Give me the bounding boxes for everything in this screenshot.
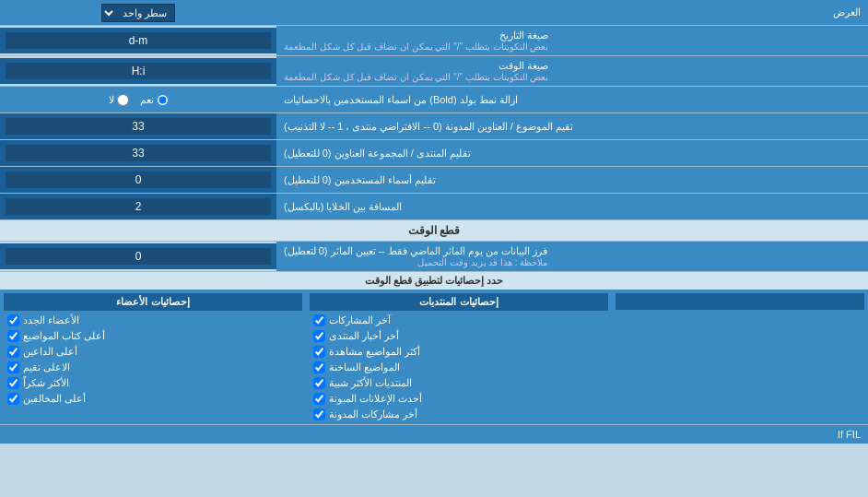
time-cut-input-area — [0, 243, 276, 269]
topic-threads-label: تقيم الموضوع / العناوين المدونة (0 -- ال… — [276, 113, 868, 139]
cb-news-input[interactable] — [313, 330, 325, 342]
cb-new-members-input[interactable] — [7, 314, 19, 326]
checkbox-col-1: إحصائيات الأعضاء الأعضاء الجدد أعلى كتاب… — [0, 291, 306, 424]
time-cut-input[interactable] — [6, 248, 271, 265]
top-row: العرض سطر واحدسطرينثلاثة أسطر — [0, 0, 868, 26]
cell-spacing-input[interactable] — [6, 198, 271, 215]
col1-header: إحصائيات الأعضاء — [4, 293, 302, 311]
time-cut-header: قطع الوقت — [0, 220, 868, 242]
time-format-row: صيغة الوقت بعض التكوينات يتطلب "/" التي … — [0, 56, 868, 87]
col3-header — [616, 293, 864, 310]
top-select-area: سطر واحدسطرينثلاثة أسطر — [0, 2, 276, 24]
bold-remove-no-radio[interactable] — [117, 94, 129, 106]
topic-threads-input[interactable] — [6, 118, 271, 135]
time-format-label: صيغة الوقت بعض التكوينات يتطلب "/" التي … — [276, 56, 868, 86]
cb-top-writers: أعلى كتاب المواضيع — [4, 328, 302, 344]
cb-blog-posts: أخر مشاركات المدونة — [310, 407, 608, 422]
bottom-text: If FIL — [0, 425, 868, 444]
checkbox-col-3 — [612, 291, 868, 424]
cb-posts-input[interactable] — [313, 314, 325, 326]
stats-limit-header: حدد إحصائيات لتطبيق قطع الوقت — [0, 272, 868, 290]
date-format-input-area — [0, 28, 276, 53]
cb-posts: آخر المشاركات — [310, 313, 608, 328]
user-names-label: تقليم أسماء المستخدمين (0 للتعطيل) — [276, 167, 868, 193]
cb-similar: المنتديات الأكثر شبية — [310, 375, 608, 391]
bold-remove-yes[interactable]: نعم — [140, 94, 169, 106]
cb-top-rated: الاعلى تقيم — [4, 360, 302, 375]
checkbox-col-2: إحصائيات المنتديات آخر المشاركات أخر أخب… — [306, 291, 612, 424]
date-format-input[interactable] — [6, 32, 271, 49]
cb-hot-input[interactable] — [313, 361, 325, 373]
user-names-input-area — [0, 167, 276, 193]
topic-threads-row: تقيم الموضوع / العناوين المدونة (0 -- ال… — [0, 113, 868, 140]
cb-most-thanks: الأكثر شكراً — [4, 375, 302, 391]
user-names-row: تقليم أسماء المستخدمين (0 للتعطيل) — [0, 167, 868, 194]
time-format-input[interactable] — [6, 63, 271, 79]
bold-remove-radio-area: نعم لا — [0, 92, 276, 108]
date-format-label: صيغة التاريخ بعض التكوينات يتطلب "/" الت… — [276, 26, 868, 55]
cb-hot: المواضيع الساخنة — [310, 360, 608, 375]
cell-spacing-row: المسافة بين الخلايا (بالبكسل) — [0, 194, 868, 220]
cb-new-members: الأعضاء الجدد — [4, 313, 302, 328]
forum-groups-input[interactable] — [6, 145, 271, 161]
cb-top-violators-input[interactable] — [7, 393, 19, 405]
cell-spacing-input-area — [0, 194, 276, 219]
cb-top-inviters-input[interactable] — [7, 346, 19, 358]
top-label: العرض — [276, 3, 868, 22]
forum-groups-input-area — [0, 140, 276, 166]
time-format-input-area — [0, 58, 276, 84]
time-cut-label: فرز البيانات من يوم الماثر الماضي فقط --… — [276, 242, 868, 271]
col2-header: إحصائيات المنتديات — [310, 293, 608, 311]
cb-top-violators: أعلى المخالفين — [4, 391, 302, 407]
cb-top-rated-input[interactable] — [7, 361, 19, 373]
main-container: العرض سطر واحدسطرينثلاثة أسطر صيغة التار… — [0, 0, 868, 444]
bold-remove-label: ازالة نمط بولد (Bold) من اسماء المستخدمي… — [276, 87, 868, 112]
cb-blog-posts-input[interactable] — [313, 408, 325, 420]
forum-groups-row: تقليم المنتدى / المجموعة العناوين (0 للت… — [0, 140, 868, 167]
cb-top-inviters: أعلى الداعين — [4, 344, 302, 360]
cb-most-viewed-input[interactable] — [313, 346, 325, 358]
cb-top-writers-input[interactable] — [7, 330, 19, 342]
topic-threads-input-area — [0, 113, 276, 139]
bold-remove-no[interactable]: لا — [109, 94, 129, 106]
forum-groups-label: تقليم المنتدى / المجموعة العناوين (0 للت… — [276, 140, 868, 166]
cb-news: أخر أخبار المنتدى — [310, 328, 608, 344]
user-names-input[interactable] — [6, 172, 271, 188]
cell-spacing-label: المسافة بين الخلايا (بالبكسل) — [276, 194, 868, 219]
bold-remove-row: ازالة نمط بولد (Bold) من اسماء المستخدمي… — [0, 87, 868, 113]
bold-remove-yes-radio[interactable] — [157, 94, 169, 106]
cb-announcements-input[interactable] — [313, 393, 325, 405]
checkboxes-grid: إحصائيات المنتديات آخر المشاركات أخر أخب… — [0, 291, 868, 424]
cb-announcements: أحدث الإعلانات المبونة — [310, 391, 608, 407]
cb-most-viewed: أكثر المواضيع مشاهدة — [310, 344, 608, 360]
display-dropdown[interactable]: سطر واحدسطرينثلاثة أسطر — [101, 4, 175, 22]
stats-limit-section: حدد إحصائيات لتطبيق قطع الوقت إحصائيات ا… — [0, 272, 868, 425]
time-cut-row: فرز البيانات من يوم الماثر الماضي فقط --… — [0, 242, 868, 272]
cb-most-thanks-input[interactable] — [7, 377, 19, 389]
date-format-row: صيغة التاريخ بعض التكوينات يتطلب "/" الت… — [0, 26, 868, 56]
cb-similar-input[interactable] — [313, 377, 325, 389]
